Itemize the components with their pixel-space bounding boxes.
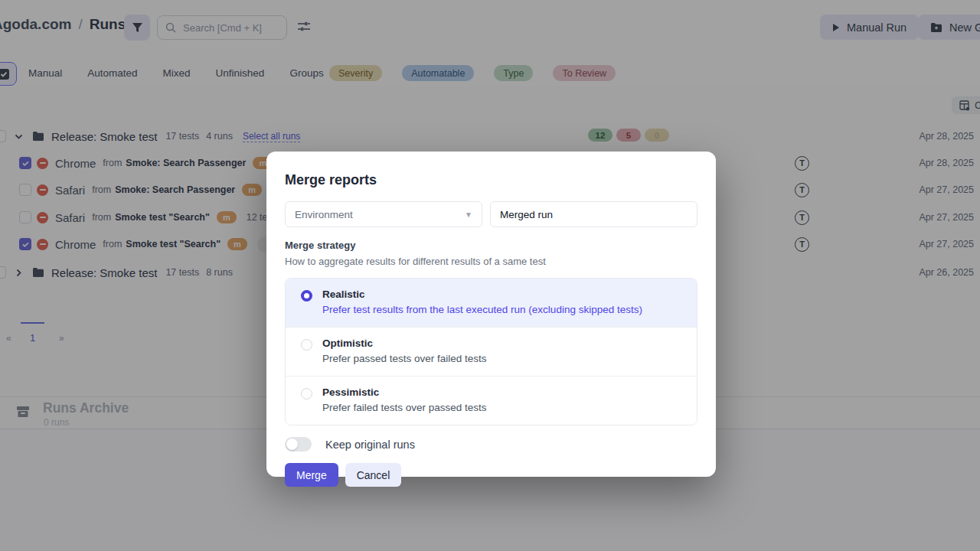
modal-title: Merge reports <box>285 172 697 188</box>
merge-strategy-label: Merge strategy <box>285 240 697 251</box>
keep-original-runs-row: Keep original runs <box>285 437 697 452</box>
radio-unselected-icon[interactable] <box>301 339 312 350</box>
option-name: Optimistic <box>322 337 487 349</box>
chevron-down-icon: ▼ <box>465 210 472 219</box>
keep-original-runs-toggle[interactable] <box>285 437 312 452</box>
option-text: Optimistic Prefer passed tests over fail… <box>322 337 487 364</box>
merge-reports-modal: Merge reports Environment ▼ Merge strate… <box>266 152 716 477</box>
option-optimistic[interactable]: Optimistic Prefer passed tests over fail… <box>286 327 697 376</box>
cancel-button[interactable]: Cancel <box>345 463 402 487</box>
radio-selected-icon[interactable] <box>301 290 312 302</box>
option-pessimistic[interactable]: Pessimistic Prefer failed tests over pas… <box>286 376 697 425</box>
merge-button[interactable]: Merge <box>285 463 338 487</box>
option-name: Realistic <box>322 289 642 300</box>
merged-run-name-input[interactable] <box>490 201 697 227</box>
option-name: Pessimistic <box>322 386 487 398</box>
radio-unselected-icon[interactable] <box>301 388 312 399</box>
environment-select[interactable]: Environment ▼ <box>285 201 482 227</box>
merge-strategy-options: Realistic Prefer test results from the l… <box>285 278 697 425</box>
toggle-knob <box>286 439 298 450</box>
option-text: Realistic Prefer test results from the l… <box>322 289 642 315</box>
option-description: Prefer passed tests over failed tests <box>322 353 487 364</box>
environment-select-value: Environment <box>295 209 353 220</box>
option-text: Pessimistic Prefer failed tests over pas… <box>322 386 487 413</box>
modal-actions: Merge Cancel <box>285 463 697 487</box>
option-realistic[interactable]: Realistic Prefer test results from the l… <box>286 279 697 327</box>
merge-strategy-hint: How to aggregate results for different r… <box>285 256 697 267</box>
modal-fields-row: Environment ▼ <box>285 201 697 227</box>
option-description: Prefer test results from the last execut… <box>322 304 642 315</box>
keep-original-runs-label: Keep original runs <box>325 439 415 451</box>
option-description: Prefer failed tests over passed tests <box>322 402 487 413</box>
